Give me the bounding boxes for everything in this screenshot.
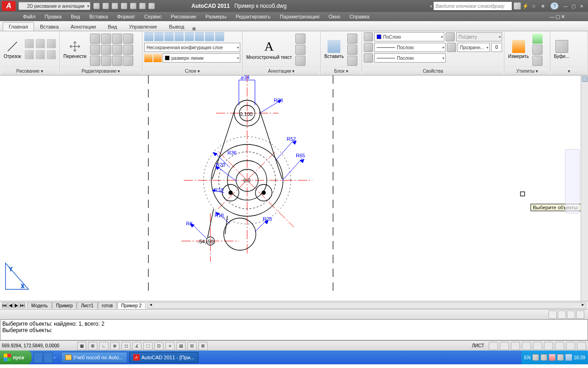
array-icon[interactable]: [123, 45, 133, 55]
new-icon[interactable]: [93, 3, 100, 9]
panel-edit-title[interactable]: Редактирование ▾: [62, 67, 140, 75]
panel-layers-title[interactable]: Слои ▾: [144, 67, 240, 75]
layout-primer[interactable]: Пример: [52, 302, 77, 309]
polyline-icon[interactable]: [25, 39, 34, 48]
tray-volume-icon[interactable]: [532, 354, 539, 361]
vertical-scrollbar[interactable]: [581, 75, 588, 301]
menu-edit[interactable]: Правка: [45, 14, 62, 19]
layer-bulb-icon[interactable]: [144, 54, 153, 62]
app-menu-button[interactable]: A: [2, 1, 16, 11]
layer-states-icon[interactable]: [154, 32, 164, 41]
transp-combo[interactable]: Прозрачн...: [458, 43, 490, 52]
linetype-combo[interactable]: Послою: [374, 53, 446, 63]
menu-insert[interactable]: Вставка: [89, 14, 108, 19]
otrack-toggle[interactable]: ∠: [132, 342, 141, 350]
mdi-restore-icon[interactable]: ▢: [555, 14, 560, 20]
quicklaunch-chevron-icon[interactable]: »: [54, 356, 58, 360]
qp-toggle[interactable]: ⊟: [187, 342, 197, 350]
save-icon[interactable]: [112, 3, 118, 9]
rotate-icon[interactable]: [101, 34, 111, 44]
leader-icon[interactable]: [295, 45, 305, 55]
redo-icon[interactable]: [139, 3, 146, 9]
close-icon[interactable]: ✕: [580, 4, 586, 8]
panel-util-title[interactable]: Утилиты ▾: [506, 67, 548, 75]
tray-icon-2[interactable]: [558, 310, 566, 319]
horizontal-scrollbar[interactable]: [147, 302, 586, 309]
tab-manage[interactable]: Управление: [123, 22, 163, 31]
panel-clip-title[interactable]: ▾: [552, 67, 586, 75]
tab-home[interactable]: Главная: [3, 22, 34, 31]
taskbar-btn-explorer[interactable]: Учеб пособ по Auto...: [61, 352, 127, 363]
menu-service[interactable]: Сервис: [144, 14, 162, 19]
layout-list1[interactable]: Лист1: [77, 302, 97, 309]
navbar-widget[interactable]: [565, 149, 580, 213]
menu-view[interactable]: Вид: [71, 14, 80, 19]
insert-button[interactable]: Вставить: [322, 39, 345, 60]
tab-last-icon[interactable]: ⏭: [20, 302, 25, 308]
layout-model[interactable]: Модель: [27, 302, 52, 309]
transp-icon[interactable]: [447, 43, 456, 52]
status-icon-8[interactable]: [566, 342, 575, 350]
favorite-icon[interactable]: ★: [541, 3, 547, 9]
layer-match-icon[interactable]: [205, 32, 214, 41]
menu-help[interactable]: Справка: [350, 14, 369, 19]
tray-msg-icon[interactable]: [565, 354, 572, 361]
list-icon[interactable]: [446, 32, 455, 41]
layer-off-icon[interactable]: [185, 32, 194, 41]
create-block-icon[interactable]: [347, 34, 357, 44]
polar-toggle[interactable]: ⊕: [110, 342, 119, 350]
lang-indicator[interactable]: EN: [524, 355, 531, 360]
edit-block-icon[interactable]: [347, 45, 357, 55]
mdi-minimize-icon[interactable]: —: [549, 14, 554, 20]
tray-icon-1[interactable]: [548, 310, 557, 319]
line-button[interactable]: Отрезок: [2, 39, 23, 60]
layer-prev-icon[interactable]: [215, 32, 224, 41]
copy-icon[interactable]: [90, 34, 100, 44]
paste-button[interactable]: Буфе...: [552, 39, 571, 60]
dyn-toggle[interactable]: ⊡: [154, 342, 164, 350]
status-icon-1[interactable]: [489, 342, 498, 350]
menu-format[interactable]: Формат: [117, 14, 135, 19]
tab-view[interactable]: Вид: [102, 22, 123, 31]
ortho-toggle[interactable]: ∟: [99, 342, 108, 350]
menu-dims[interactable]: Размеры: [205, 14, 226, 19]
status-icon-4[interactable]: [522, 342, 531, 350]
menu-window[interactable]: Окно: [328, 14, 340, 19]
menu-file[interactable]: Файл: [23, 14, 35, 19]
layer-state-combo[interactable]: Несохраненная конфигурация слое: [144, 43, 240, 52]
command-line[interactable]: Выберите объекты: найдено: 1, всего: 2 В…: [0, 319, 588, 340]
lineweight-combo[interactable]: Послою: [374, 43, 446, 52]
transp-value[interactable]: 0: [491, 43, 502, 52]
quicklaunch-2[interactable]: [44, 352, 53, 363]
menu-draw[interactable]: Рисование: [171, 14, 196, 19]
move-button[interactable]: Перенести: [62, 39, 88, 60]
table-icon[interactable]: [295, 56, 305, 66]
rectangle-icon[interactable]: [25, 50, 34, 59]
circle-icon[interactable]: [36, 39, 45, 48]
match-props-icon[interactable]: [364, 32, 373, 41]
tab-next-icon[interactable]: ▶: [14, 302, 19, 308]
tab-annotate[interactable]: Аннотации: [65, 22, 102, 31]
quicklaunch-1[interactable]: [34, 352, 43, 363]
explode-icon[interactable]: [112, 56, 122, 66]
tab-output[interactable]: Вывод: [163, 22, 190, 31]
tray-bulb-icon[interactable]: [567, 310, 575, 319]
model-space-label[interactable]: ЛИСТ: [469, 343, 487, 348]
layout-primer2[interactable]: Пример 2: [117, 302, 146, 309]
layout-gotov[interactable]: готов: [98, 302, 117, 309]
measure-button[interactable]: Измерить: [506, 39, 531, 60]
lw-toggle[interactable]: ≡: [165, 342, 175, 350]
maximize-icon[interactable]: ▢: [571, 4, 578, 8]
tab-prev-icon[interactable]: ◀: [8, 302, 13, 308]
scale-icon[interactable]: [101, 45, 111, 55]
trim-icon[interactable]: [112, 34, 122, 44]
layer-combo[interactable]: размерн линии: [163, 53, 240, 63]
status-icon-9[interactable]: [577, 342, 586, 350]
select-all-icon[interactable]: [532, 34, 543, 44]
tray-bulb2-icon[interactable]: [576, 310, 584, 319]
ducs-toggle[interactable]: ⬚: [143, 342, 153, 350]
osnap-toggle[interactable]: ◻: [121, 342, 130, 350]
undo-icon[interactable]: [130, 3, 136, 9]
saveas-icon[interactable]: [121, 3, 127, 9]
snap-toggle[interactable]: ▦: [77, 342, 86, 350]
